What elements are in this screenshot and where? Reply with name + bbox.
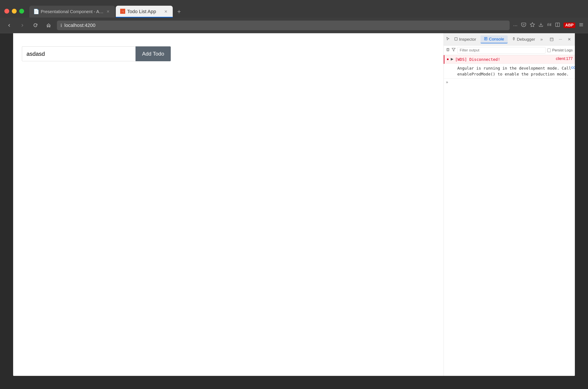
debugger-icon <box>512 37 516 42</box>
bookmark-button[interactable] <box>530 22 535 29</box>
devtools-tab-console-label: Console <box>489 37 504 42</box>
tab-close-2[interactable]: ✕ <box>164 9 168 14</box>
console-toolbar: Persist Logs <box>444 45 575 55</box>
address-text: localhost:4200 <box>64 23 96 28</box>
hamburger-menu[interactable] <box>579 22 584 29</box>
forward-button[interactable] <box>18 21 27 30</box>
tab-bar: 📄 Presentational Component - A… ✕ 🅰 Todo… <box>0 0 588 18</box>
tab-todo[interactable]: 🅰 Todo List App ✕ <box>116 6 173 18</box>
error-icon: ● <box>447 57 449 62</box>
add-todo-button[interactable]: Add Todo <box>136 46 171 61</box>
devtools-tab-inspector[interactable]: Inspector <box>451 36 480 43</box>
console-msg-content-1: [WDS] Disconnected! client:177 <box>455 57 573 62</box>
devtools-panel: Inspector Console <box>444 33 575 376</box>
prompt-icon: » <box>446 80 448 84</box>
tab-presentational[interactable]: 📄 Presentational Component - A… ✕ <box>29 6 115 18</box>
minimize-traffic-light[interactable] <box>12 9 17 14</box>
back-button[interactable] <box>4 21 14 30</box>
console-messages: ● ▶ [WDS] Disconnected! client:177 Angul… <box>444 55 575 376</box>
expand-icon-1[interactable]: ▶ <box>451 57 453 61</box>
devtools-close-button[interactable]: ✕ <box>566 36 573 43</box>
nav-right-controls: ··· <box>513 22 584 29</box>
console-message-1: ● ▶ [WDS] Disconnected! client:177 <box>444 55 575 64</box>
tab-label-2: Todo List App <box>127 9 156 14</box>
browser-main: Add Todo Inspector <box>13 33 575 376</box>
devtools-cursor-icon[interactable] <box>446 37 450 42</box>
todo-form: Add Todo <box>22 46 171 61</box>
svg-marker-0 <box>530 23 535 27</box>
persist-logs-checkbox[interactable] <box>547 49 551 52</box>
traffic-lights <box>4 9 24 18</box>
console-icon <box>484 37 487 42</box>
new-tab-button[interactable]: + <box>173 6 185 18</box>
split-view-button[interactable] <box>555 22 560 29</box>
devtools-tab-debugger-label: Debugger <box>517 37 535 42</box>
devtools-dock-button[interactable] <box>548 36 555 43</box>
svg-rect-17 <box>550 38 553 41</box>
console-msg-text-1: [WDS] Disconnected! <box>455 57 556 62</box>
devtools-actions: ··· ✕ <box>548 36 573 43</box>
nav-bar: ℹ localhost:4200 ··· <box>0 18 588 33</box>
svg-marker-19 <box>452 48 455 51</box>
tab-favicon-1: 📄 <box>34 9 38 14</box>
devtools-tab-inspector-label: Inspector <box>459 37 476 42</box>
persist-logs-label: Persist Logs <box>552 48 573 53</box>
console-msg-row-2: Angular is running in the development mo… <box>457 65 575 77</box>
console-msg-content-2: Angular is running in the development mo… <box>446 65 575 77</box>
reload-button[interactable] <box>31 21 40 30</box>
devtools-ellipsis-button[interactable]: ··· <box>557 36 564 43</box>
devtools-tab-bar: Inspector Console <box>444 33 575 45</box>
pocket-button[interactable] <box>521 22 526 29</box>
tab-favicon-2: 🅰 <box>120 9 125 14</box>
library-button[interactable] <box>547 22 552 29</box>
tab-loading-bar <box>116 17 173 18</box>
more-button[interactable]: ··· <box>513 22 518 29</box>
adblock-badge[interactable]: ABP <box>563 23 575 28</box>
svg-rect-11 <box>455 38 457 40</box>
address-info-icon: ℹ <box>60 23 62 28</box>
browser-window: 📄 Presentational Component - A… ✕ 🅰 Todo… <box>0 0 588 389</box>
console-prompt: » <box>444 79 575 86</box>
devtools-tab-debugger[interactable]: Debugger <box>509 36 539 43</box>
home-button[interactable] <box>44 21 53 30</box>
close-traffic-light[interactable] <box>4 9 9 14</box>
console-msg-link-1[interactable]: client:177 <box>556 57 573 61</box>
devtools-tab-console[interactable]: Console <box>481 35 508 43</box>
console-filter-icon <box>452 48 455 53</box>
address-bar[interactable]: ℹ localhost:4200 <box>57 21 510 30</box>
inspector-icon <box>454 37 458 42</box>
console-msg-row-1: [WDS] Disconnected! client:177 <box>455 57 573 62</box>
maximize-traffic-light[interactable] <box>19 9 24 14</box>
console-clear-button[interactable] <box>446 48 450 53</box>
devtools-more-tabs[interactable]: » <box>540 37 543 42</box>
console-msg-link-2[interactable]: core.js:16819 <box>571 65 575 70</box>
tab-label-1: Presentational Component - A… <box>41 9 104 14</box>
console-filter-input[interactable] <box>457 47 546 54</box>
persist-logs-control: Persist Logs <box>547 48 573 53</box>
console-message-2: Angular is running in the development mo… <box>444 64 575 79</box>
page-content: Add Todo <box>13 33 444 376</box>
todo-input[interactable] <box>22 46 136 61</box>
download-button[interactable] <box>539 22 543 29</box>
tab-close-1[interactable]: ✕ <box>106 9 110 14</box>
console-msg-text-2: Angular is running in the development mo… <box>457 65 571 77</box>
